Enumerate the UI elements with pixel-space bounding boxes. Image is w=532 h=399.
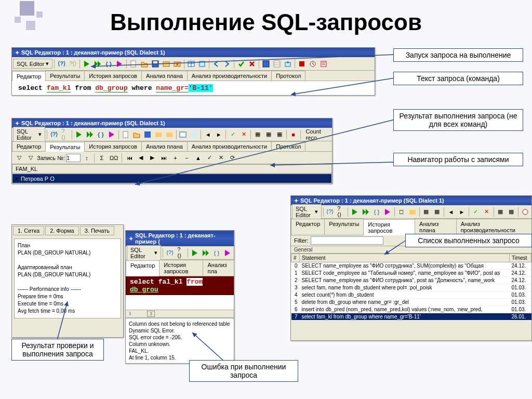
help-icon[interactable]: ⟨?⟩ xyxy=(325,207,335,217)
column-header[interactable]: FAM_KL xyxy=(12,164,332,174)
run-param-icon[interactable] xyxy=(114,59,125,69)
cancel-icon[interactable]: ✕ xyxy=(216,153,226,163)
post-icon[interactable]: ✓ xyxy=(204,153,215,163)
tab-perf[interactable]: Анализ производительности xyxy=(456,219,532,235)
save-icon[interactable] xyxy=(150,59,161,69)
tab-editor[interactable]: Редактор xyxy=(12,141,46,151)
prev-icon[interactable] xyxy=(211,59,221,69)
run-all-icon[interactable] xyxy=(85,129,95,140)
tab-plan[interactable]: Анализ плана xyxy=(141,141,188,151)
open-icon[interactable] xyxy=(139,59,150,69)
help2-icon[interactable]: ?⟨⟩ xyxy=(68,59,78,69)
history-row[interactable]: 3select fam, name from db_student where … xyxy=(291,284,531,291)
tab-history[interactable]: История запросов xyxy=(84,71,142,81)
grid-icon[interactable]: ▦ xyxy=(495,207,506,217)
filter-input[interactable] xyxy=(311,236,383,245)
tab-history[interactable]: История запросов xyxy=(363,219,415,235)
edit-icon[interactable]: ▲ xyxy=(193,153,203,163)
braces-icon[interactable]: { } xyxy=(211,248,222,258)
sql-editor-dropdown[interactable]: SQL Editor ▾ xyxy=(13,59,52,69)
count-button[interactable]: Count reco xyxy=(302,129,331,140)
stop-icon[interactable] xyxy=(297,59,307,69)
commit-icon[interactable]: ✓ xyxy=(471,207,481,217)
run-all-icon[interactable] xyxy=(361,207,371,217)
run-icon[interactable] xyxy=(190,248,200,258)
clock-icon[interactable] xyxy=(308,59,318,69)
query-icon[interactable]: ▦ xyxy=(432,207,442,217)
save-icon[interactable] xyxy=(142,129,153,140)
add-icon[interactable]: + xyxy=(170,153,180,163)
folder-x-icon[interactable] xyxy=(164,129,175,140)
history-row[interactable]: 5delete from db_group where name_gr= :gr… xyxy=(291,299,531,306)
help-icon[interactable]: ⟨?⟩ xyxy=(165,248,175,258)
run-param-icon[interactable] xyxy=(382,207,393,217)
stop-icon[interactable]: ■ xyxy=(288,129,299,140)
tab-plan[interactable]: Анализ пла xyxy=(203,260,234,276)
prev-rec-icon[interactable]: ◀ xyxy=(136,153,146,163)
help-icon[interactable]: ⟨?⟩ xyxy=(49,129,59,140)
sql-editor-dropdown[interactable]: SQL Editor ▾ xyxy=(292,204,322,220)
folder-x-icon[interactable]: ✕ xyxy=(172,59,182,69)
new-icon[interactable]: ◻ xyxy=(396,207,407,217)
folder-icon[interactable] xyxy=(407,207,418,217)
query-icon[interactable] xyxy=(189,129,199,140)
filter2-icon[interactable]: ▽ xyxy=(25,153,36,163)
list-red-icon[interactable] xyxy=(318,59,329,69)
record-input[interactable] xyxy=(66,154,81,162)
tab-history[interactable]: История запросов xyxy=(84,141,142,151)
new-icon[interactable] xyxy=(121,129,131,140)
rollback-icon[interactable]: ✕ xyxy=(482,207,492,217)
table-icon[interactable]: ▦ xyxy=(421,207,431,217)
omega-icon[interactable]: ΩΩ xyxy=(108,153,119,163)
grid2-icon[interactable]: ▦ xyxy=(506,207,516,217)
last-icon[interactable]: ⏭ xyxy=(158,153,169,163)
help2-icon[interactable]: ?⟨⟩ xyxy=(336,207,346,217)
rollback-icon[interactable] xyxy=(247,59,257,69)
tab-editor[interactable]: Редактор xyxy=(291,219,325,235)
tab-results[interactable]: Результаты xyxy=(45,142,85,152)
commit-icon[interactable]: ✓ xyxy=(228,129,238,140)
run-all-icon[interactable] xyxy=(92,59,103,69)
sql-editor-dropdown[interactable]: SQL Editor ▾ xyxy=(127,245,161,261)
run-icon[interactable] xyxy=(350,207,360,217)
grid2-icon[interactable]: ▦ xyxy=(263,129,274,140)
sql-editor-dropdown[interactable]: SQL Editor ▾ xyxy=(13,127,45,142)
prev-icon[interactable]: ◄ xyxy=(203,129,213,140)
clock-icon[interactable] xyxy=(520,207,530,217)
tab-plan[interactable]: Анализ плана xyxy=(415,219,457,235)
open-icon[interactable] xyxy=(131,129,142,140)
first-icon[interactable]: ⏮ xyxy=(124,153,135,163)
tab-history[interactable]: История запросов xyxy=(159,260,203,276)
next-icon[interactable]: ► xyxy=(457,207,467,217)
sort-icon[interactable]: ↕ xyxy=(82,153,92,163)
braces-icon[interactable]: { } xyxy=(371,207,382,217)
col-num[interactable]: # xyxy=(291,254,300,262)
next-icon[interactable]: ► xyxy=(214,129,224,140)
tab-results[interactable]: Результаты xyxy=(324,219,364,235)
history-row[interactable]: 4select count(*) from db_student01.03. xyxy=(291,291,531,299)
commit-icon[interactable] xyxy=(236,59,246,69)
export-icon[interactable]: ▦ xyxy=(274,129,285,140)
help-icon[interactable]: ⟨?⟩ xyxy=(56,59,67,69)
new-icon[interactable] xyxy=(128,59,139,69)
query-icon[interactable] xyxy=(197,59,207,69)
next-icon[interactable] xyxy=(222,59,232,69)
rollback-icon[interactable]: ✕ xyxy=(238,129,249,140)
export-icon[interactable] xyxy=(283,59,293,69)
filter1-icon[interactable]: ▽ xyxy=(14,153,24,163)
tab-editor[interactable]: Редактор xyxy=(12,71,46,81)
tab-results[interactable]: Результаты xyxy=(45,71,85,81)
braces-icon[interactable]: { } xyxy=(103,59,114,69)
run-param-icon[interactable] xyxy=(107,129,117,140)
run-all-icon[interactable] xyxy=(201,248,211,258)
tab-plan[interactable]: Анализ плана xyxy=(141,71,188,81)
tab-print[interactable]: 3. Печать xyxy=(80,226,114,235)
del-icon[interactable]: − xyxy=(181,153,192,163)
sql-text-error[interactable]: select fal_kl from db_grou xyxy=(126,276,234,295)
table-icon[interactable] xyxy=(178,129,188,140)
run-icon[interactable] xyxy=(74,129,84,140)
run-icon[interactable] xyxy=(82,59,92,69)
tab-perf[interactable]: Анализ производительности xyxy=(187,141,272,151)
result-row[interactable]: ▸Петрова Р О xyxy=(12,174,332,183)
history-row[interactable]: 1SELECT code_employee as "Табельный номе… xyxy=(291,270,531,277)
